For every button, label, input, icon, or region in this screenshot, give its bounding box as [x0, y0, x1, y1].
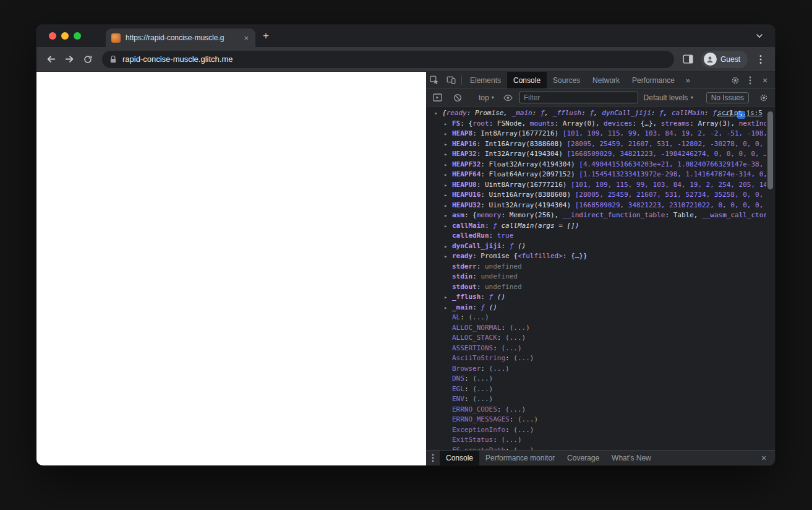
expand-triangle-icon[interactable]: ▸ [444, 210, 452, 221]
context-selector-dropdown[interactable]: top ▾ [476, 93, 497, 102]
expand-triangle-icon[interactable]: ▸ [444, 149, 452, 160]
console-text: { [442, 109, 447, 117]
console-settings-gear-icon[interactable] [755, 93, 772, 102]
invoke-getter-button[interactable]: (...) [472, 385, 493, 393]
device-toolbar-icon[interactable] [443, 72, 459, 89]
minimize-window-button[interactable] [61, 32, 69, 40]
new-tab-button[interactable]: + [255, 30, 276, 42]
inspect-element-icon[interactable] [426, 72, 443, 89]
invoke-getter-button[interactable]: (...) [501, 344, 521, 352]
invoke-getter-button[interactable]: (...) [518, 415, 538, 423]
devtools-tab-bar: ElementsConsoleSourcesNetworkPerformance… [426, 72, 775, 89]
invoke-getter-button[interactable]: (...) [472, 395, 493, 403]
console-sidebar-icon[interactable] [429, 93, 446, 102]
console-text: _fflush [452, 293, 481, 301]
devtools-settings-gear-icon[interactable] [728, 72, 743, 89]
log-levels-dropdown[interactable]: Default levels ▾ [641, 93, 696, 102]
expand-triangle-icon[interactable]: ▸ [444, 303, 452, 313]
fullscreen-window-button[interactable] [74, 32, 81, 40]
expand-triangle-icon[interactable]: ▸ [444, 160, 452, 170]
invoke-getter-button[interactable]: (...) [505, 334, 526, 342]
browser-tab[interactable]: https://rapid-concise-muscle.g × [106, 28, 255, 47]
invoke-getter-button[interactable]: (...) [513, 426, 534, 434]
expand-triangle-icon[interactable]: ▸ [444, 170, 452, 180]
console-text: true [497, 231, 514, 240]
expand-triangle-icon[interactable]: ▸ [444, 201, 452, 211]
drawer-tab-console[interactable]: Console [440, 451, 479, 465]
expand-triangle-icon[interactable]: ▸ [444, 241, 452, 252]
drawer-tab-performance-monitor[interactable]: Performance monitor [479, 451, 561, 465]
console-row: DNS: (...) [426, 374, 766, 384]
invoke-getter-button[interactable]: (...) [472, 374, 493, 382]
invoke-getter-button[interactable]: (...) [489, 365, 510, 373]
forward-icon[interactable] [60, 50, 79, 69]
console-row: ▸asm: {memory: Memory(256), __indirect_f… [426, 210, 766, 221]
console-text: : [472, 303, 481, 311]
console-text: HEAP16 [452, 140, 477, 148]
issues-badge[interactable]: No Issues [706, 92, 749, 103]
devtools-close-icon[interactable]: × [758, 72, 772, 89]
tab-search-chevron-icon[interactable] [744, 32, 775, 40]
more-tabs-icon[interactable]: » [681, 72, 695, 89]
filter-input[interactable] [519, 92, 638, 103]
tab-close-icon[interactable]: × [242, 34, 250, 42]
side-panel-icon[interactable] [679, 50, 698, 69]
expand-triangle-icon[interactable]: ▸ [444, 190, 452, 201]
clear-console-icon[interactable] [449, 93, 466, 102]
console-row: ▸callMain: ƒ callMain(args = []) [426, 221, 766, 231]
console-text: , [594, 109, 602, 117]
expand-triangle-icon[interactable]: ▸ [444, 221, 452, 231]
console-text: : {…}} [563, 252, 588, 260]
expand-triangle-icon[interactable]: ▸ [444, 180, 452, 191]
expand-triangle-icon[interactable]: ▸ [444, 119, 452, 129]
collapse-triangle-icon[interactable]: ▾ [434, 108, 442, 119]
console-text: : [485, 222, 493, 230]
drawer-menu-icon[interactable] [426, 451, 440, 465]
profile-button[interactable]: Guest [701, 51, 748, 68]
browser-menu-icon[interactable] [751, 50, 770, 69]
expand-triangle-icon[interactable]: ▸ [444, 139, 452, 150]
console-text: : [481, 365, 489, 373]
console-text: [1.1545413233413972e-298, 1.141647874e-3… [579, 170, 766, 178]
tab-sources[interactable]: Sources [547, 72, 586, 89]
drawer-tab-coverage[interactable]: Coverage [561, 451, 605, 465]
console-scrollbar-thumb[interactable] [767, 111, 773, 189]
console-text: : [464, 385, 472, 393]
console-text: ExitStatus [452, 436, 493, 444]
tab-console[interactable]: Console [507, 72, 547, 89]
devtools-menu-icon[interactable] [743, 72, 758, 89]
console-text: Promise [475, 109, 503, 117]
console-text: ERRNO_CODES [452, 405, 497, 413]
close-window-button[interactable] [49, 32, 56, 40]
expand-triangle-icon[interactable]: ▸ [444, 251, 452, 262]
expand-triangle-icon[interactable]: ▸ [444, 292, 452, 303]
invoke-getter-button[interactable]: (...) [510, 324, 530, 332]
console-row: AsciiToString: (...) [426, 353, 766, 364]
invoke-getter-button[interactable]: (...) [513, 354, 534, 362]
console-text: : [501, 242, 509, 250]
console-text: : Float32Array(4194304) [481, 160, 579, 168]
drawer-tab-what-s-new[interactable]: What's New [605, 451, 657, 465]
invoke-getter-button[interactable]: (...) [513, 446, 534, 451]
drawer-close-icon[interactable]: × [756, 451, 771, 465]
invoke-getter-button[interactable]: (...) [501, 436, 521, 444]
invoke-getter-button[interactable]: (...) [505, 405, 526, 413]
page-content [36, 72, 426, 465]
tab-elements[interactable]: Elements [464, 72, 507, 89]
address-bar[interactable]: rapid-concise-muscle.glitch.me [102, 51, 674, 68]
tab-performance[interactable]: Performance [626, 72, 681, 89]
console-row: ▸HEAP32: Int32Array(4194304) [1668509029… [426, 149, 766, 160]
console-text: undefined [485, 262, 522, 270]
reload-icon[interactable] [79, 50, 97, 69]
live-expression-eye-icon[interactable] [500, 94, 516, 102]
console-text: [101, 109, 115, 99, 103, 84, 19, 2, -2, … [563, 129, 766, 137]
back-icon[interactable] [41, 50, 60, 69]
invoke-getter-button[interactable]: (...) [469, 313, 489, 321]
console-row: ▸HEAPU8: Uint8Array(16777216) [101, 109,… [426, 180, 766, 191]
console-text: __indirect_function_table [563, 211, 665, 219]
source-link[interactable]: script.js:5 [717, 108, 763, 119]
expand-triangle-icon[interactable]: ▸ [444, 129, 452, 139]
tab-network[interactable]: Network [586, 72, 626, 89]
console-text: callMain(args = []) [501, 222, 579, 230]
url-text: rapid-concise-muscle.glitch.me [122, 54, 233, 64]
